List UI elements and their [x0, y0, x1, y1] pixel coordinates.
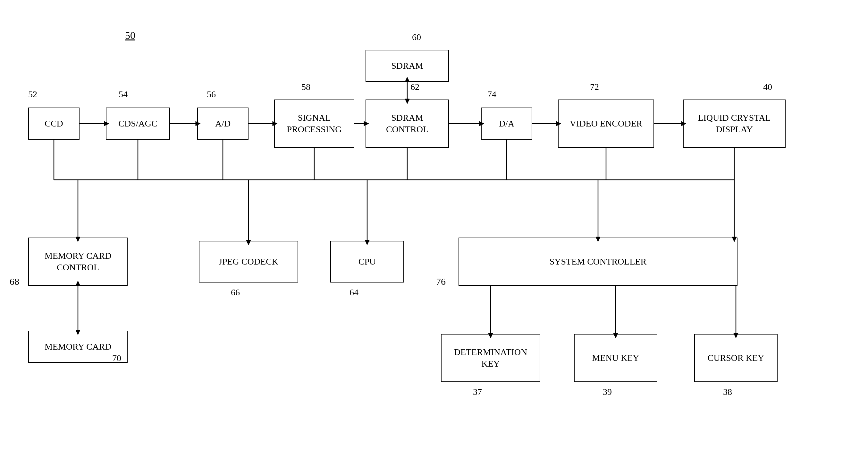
block-ad: A/D	[197, 108, 248, 140]
ref-54: 54	[119, 89, 128, 99]
block-jpeg-codeck-label: JPEG CODECK	[219, 256, 278, 267]
block-signal-processing: SIGNAL PROCESSING	[274, 99, 354, 148]
block-menu-key: MENU KEY	[574, 334, 657, 382]
block-da-label: D/A	[499, 118, 514, 129]
block-sdram-label: SDRAM	[391, 60, 423, 71]
ref-70: 70	[112, 353, 121, 364]
block-memory-card-control: MEMORY CARD CONTROL	[28, 237, 128, 286]
block-cds-agc-label: CDS/AGC	[118, 118, 157, 129]
ref-40: 40	[763, 82, 772, 92]
block-ccd: CCD	[28, 108, 80, 140]
diagram: 50 SDRAM 60 CCD 52 CDS/AGC 54 A/D 56 SIG…	[0, 0, 868, 461]
block-cpu: CPU	[330, 241, 404, 283]
ref-74: 74	[487, 89, 496, 99]
block-liquid-crystal: LIQUID CRYSTAL DISPLAY	[683, 99, 785, 148]
ref-76: 76	[436, 276, 446, 287]
ref-37: 37	[473, 387, 482, 397]
ref-66: 66	[231, 287, 240, 297]
ref-68: 68	[10, 276, 19, 287]
block-sdram-control: SDRAM CONTROL	[366, 99, 449, 148]
block-sdram-control-label: SDRAM CONTROL	[386, 112, 428, 136]
block-system-controller: SYSTEM CONTROLLER	[459, 237, 738, 286]
ref-56: 56	[207, 89, 216, 99]
block-cds-agc: CDS/AGC	[106, 108, 170, 140]
block-system-controller-label: SYSTEM CONTROLLER	[550, 256, 647, 267]
ref-50: 50	[125, 30, 135, 41]
block-signal-processing-label: SIGNAL PROCESSING	[287, 112, 341, 136]
block-video-encoder-label: VIDEO ENCODER	[570, 118, 642, 129]
block-cursor-key-label: CURSOR KEY	[708, 352, 765, 364]
block-da: D/A	[481, 108, 532, 140]
ref-62: 62	[410, 82, 420, 92]
ref-60: 60	[412, 32, 421, 42]
ref-64: 64	[349, 287, 359, 297]
block-jpeg-codeck: JPEG CODECK	[199, 241, 298, 283]
block-cursor-key: CURSOR KEY	[694, 334, 778, 382]
block-memory-card-label: MEMORY CARD	[44, 341, 111, 352]
ref-52: 52	[28, 89, 37, 99]
block-sdram: SDRAM	[366, 50, 449, 82]
block-determination-key: DETERMINATION KEY	[441, 334, 540, 382]
ref-38: 38	[723, 387, 732, 397]
block-cpu-label: CPU	[359, 256, 376, 267]
ref-58: 58	[302, 82, 310, 92]
block-ccd-label: CCD	[44, 118, 63, 129]
block-video-encoder: VIDEO ENCODER	[558, 99, 654, 148]
block-ad-label: A/D	[215, 118, 230, 129]
ref-72: 72	[590, 82, 599, 92]
block-menu-key-label: MENU KEY	[592, 352, 640, 364]
block-liquid-crystal-label: LIQUID CRYSTAL DISPLAY	[698, 112, 771, 136]
block-memory-card-control-label: MEMORY CARD CONTROL	[44, 250, 111, 273]
ref-39: 39	[603, 387, 612, 397]
block-determination-key-label: DETERMINATION KEY	[454, 346, 527, 370]
